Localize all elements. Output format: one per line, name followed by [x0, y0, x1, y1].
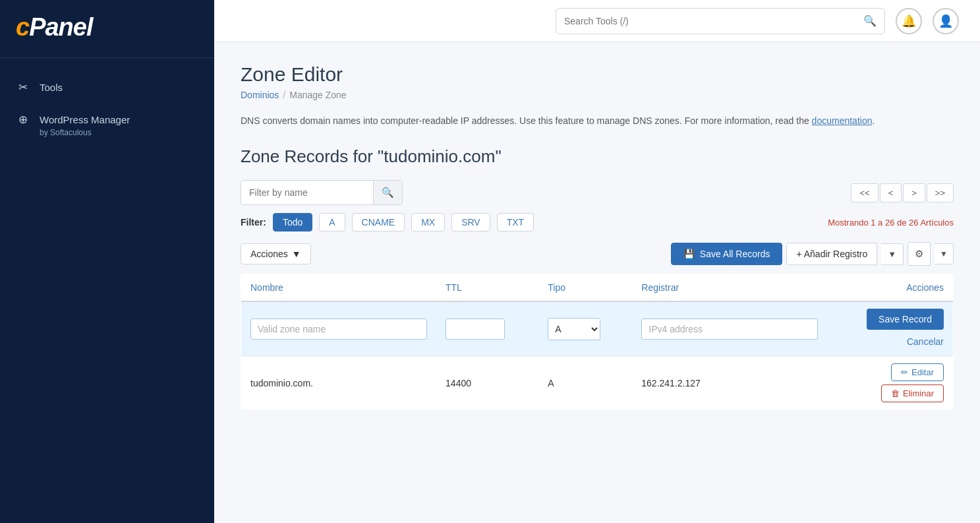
sidebar-item-wordpress-manager[interactable]: ⊕ WordPress Manager by Softaculous — [0, 104, 214, 146]
filter-type-left: Filter: Todo A CNAME MX SRV TXT — [241, 213, 534, 231]
filter-btn-mx[interactable]: MX — [411, 213, 445, 231]
table-header: Nombre TTL Tipo Registrar Acciones — [241, 274, 954, 302]
sidebar-item-wp-sublabel: by Softaculous — [16, 128, 92, 137]
acciones-button[interactable]: Acciones ▼ — [241, 243, 311, 264]
save-all-records-button[interactable]: 💾 Save All Records — [671, 243, 783, 265]
acciones-caret-icon: ▼ — [292, 249, 301, 259]
breadcrumb: Dominios / Manage Zone — [241, 90, 954, 100]
pagination-prev[interactable]: < — [880, 183, 902, 202]
filter-btn-a[interactable]: A — [319, 213, 345, 231]
zone-title: Zone Records for "tudominio.com" — [241, 146, 954, 167]
table-row: tudominio.com. 14400 A 162.241.2.127 ✏ E… — [241, 357, 954, 410]
edit-nombre-input[interactable] — [250, 319, 427, 340]
search-input[interactable] — [564, 16, 858, 26]
row-ttl: 14400 — [436, 357, 538, 410]
col-nombre: Nombre — [241, 274, 437, 302]
edit-row: 14400 A AAAA CNAME MX SRV TXT — [241, 301, 954, 357]
edit-pencil-icon: ✏ — [901, 367, 908, 377]
breadcrumb-current: Manage Zone — [289, 90, 346, 100]
filter-btn-srv[interactable]: SRV — [451, 213, 490, 231]
main-content: 🔍 🔔 👤 Zone Editor Dominios / Manage Zone… — [214, 0, 980, 523]
user-profile-button[interactable]: 👤 — [933, 8, 959, 34]
filter-input[interactable] — [241, 187, 373, 198]
row-registrar: 162.241.2.127 — [632, 357, 827, 410]
edit-actions-cell: Save Record Cancelar — [827, 301, 953, 357]
search-bar: 🔍 — [556, 8, 885, 34]
pagination-next[interactable]: > — [903, 183, 925, 202]
edit-tipo-cell: A AAAA CNAME MX SRV TXT — [538, 301, 632, 357]
cancelar-button[interactable]: Cancelar — [907, 334, 944, 350]
logo-area: cPanel — [0, 0, 214, 58]
actions-bar: Acciones ▼ 💾 Save All Records + Añadir R… — [241, 242, 954, 274]
save-record-button[interactable]: Save Record — [867, 309, 944, 330]
sidebar-item-tools-label: Tools — [40, 82, 63, 93]
gear-button[interactable]: ⚙ — [908, 242, 931, 266]
filter-left: 🔍 — [241, 180, 403, 205]
sidebar: cPanel ✂ Tools ⊕ WordPress Manager by So… — [0, 0, 214, 523]
breadcrumb-separator: / — [283, 90, 285, 100]
actions-right: 💾 Save All Records + Añadir Registro ▼ ⚙… — [671, 242, 954, 266]
filter-input-wrap: 🔍 — [241, 180, 403, 205]
col-tipo: Tipo — [538, 274, 632, 302]
pagination-first[interactable]: << — [851, 183, 878, 202]
page-title: Zone Editor — [241, 63, 954, 86]
col-registrar: Registrar — [632, 274, 827, 302]
row-actions-cell: ✏ Editar 🗑 Eliminar — [827, 357, 953, 410]
filter-btn-txt[interactable]: TXT — [497, 213, 534, 231]
col-ttl: TTL — [436, 274, 538, 302]
edit-tipo-select[interactable]: A AAAA CNAME MX SRV TXT — [548, 318, 600, 340]
actions-left: Acciones ▼ — [241, 243, 311, 264]
edit-nombre-cell — [241, 301, 437, 357]
filter-btn-todo[interactable]: Todo — [273, 213, 312, 231]
sidebar-nav: ✂ Tools ⊕ WordPress Manager by Softaculo… — [0, 58, 214, 160]
pagination-buttons: << < > >> — [851, 183, 954, 202]
add-registro-dropdown-button[interactable]: ▼ — [881, 243, 904, 265]
wp-top: ⊕ WordPress Manager — [16, 113, 130, 127]
tools-icon: ✂ — [16, 80, 30, 94]
sidebar-item-wp-label: WordPress Manager — [40, 114, 130, 125]
page-content: Zone Editor Dominios / Manage Zone DNS c… — [214, 42, 980, 523]
filter-type-row: Filter: Todo A CNAME MX SRV TXT Mostrand… — [241, 213, 954, 231]
breadcrumb-home[interactable]: Dominios — [241, 90, 279, 100]
edit-ttl-input[interactable]: 14400 — [446, 319, 505, 340]
edit-actions-inner: Save Record Cancelar — [836, 309, 944, 350]
save-icon: 💾 — [683, 249, 695, 259]
wordpress-icon: ⊕ — [16, 113, 30, 127]
editar-button[interactable]: ✏ Editar — [891, 363, 944, 381]
filter-btn-cname[interactable]: CNAME — [352, 213, 405, 231]
edit-registrar-input[interactable] — [641, 319, 818, 340]
row-tipo: A — [538, 357, 632, 410]
col-acciones: Acciones — [827, 274, 953, 302]
documentation-link[interactable]: documentation — [812, 115, 873, 126]
sidebar-item-tools[interactable]: ✂ Tools — [0, 71, 214, 104]
page-description: DNS converts domain names into computer-… — [241, 113, 954, 128]
table-body: 14400 A AAAA CNAME MX SRV TXT — [241, 301, 954, 410]
edit-ttl-cell: 14400 — [436, 301, 538, 357]
filter-row: 🔍 << < > >> — [241, 180, 954, 205]
edit-registrar-cell — [632, 301, 827, 357]
topbar: 🔍 🔔 👤 — [214, 0, 980, 42]
pagination-last[interactable]: >> — [927, 183, 954, 202]
filter-label: Filter: — [241, 217, 266, 228]
row-nombre: tudominio.com. — [241, 357, 437, 410]
filter-search-button[interactable]: 🔍 — [373, 180, 402, 205]
row-actions: ✏ Editar 🗑 Eliminar — [836, 363, 944, 402]
gear-dropdown-button[interactable]: ▼ — [935, 243, 954, 264]
cpanel-logo: cPanel — [16, 13, 198, 42]
zone-table: Nombre TTL Tipo Registrar Acciones 14400 — [241, 274, 954, 410]
eliminar-button[interactable]: 🗑 Eliminar — [881, 385, 944, 402]
trash-icon: 🗑 — [891, 388, 900, 398]
showing-text: Mostrando 1 a 26 de 26 Artículos — [828, 218, 954, 228]
add-registro-button[interactable]: + Añadir Registro — [786, 243, 877, 265]
search-icon: 🔍 — [863, 15, 877, 27]
notifications-button[interactable]: 🔔 — [896, 8, 922, 34]
